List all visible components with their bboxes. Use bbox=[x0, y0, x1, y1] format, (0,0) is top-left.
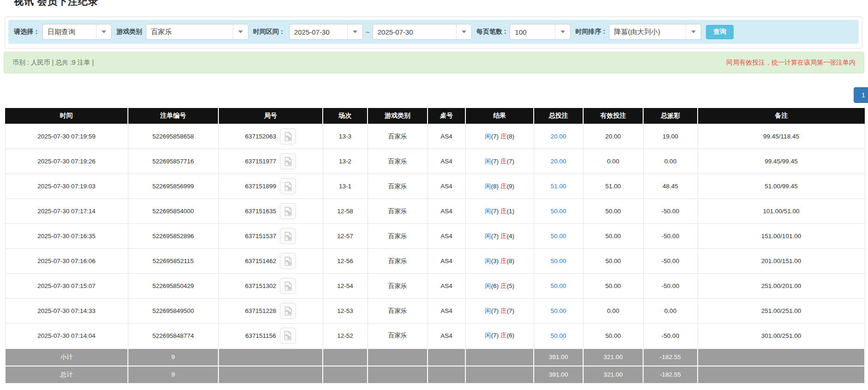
header-total-bet: 总投注 bbox=[534, 108, 583, 124]
total-bet-link[interactable]: 50.00 bbox=[551, 307, 567, 314]
cell-valid-bet: 50.00 bbox=[583, 249, 643, 274]
video-record-icon bbox=[283, 306, 293, 316]
cell-bet-id: 522695858658 bbox=[128, 124, 218, 149]
cell-remark: 151.00/101.00 bbox=[698, 224, 865, 249]
cell-game: 百家乐 bbox=[368, 324, 428, 348]
total-empty-cell bbox=[465, 366, 534, 384]
page-size-dropdown[interactable]: 100 bbox=[510, 24, 571, 40]
player-result: 闲 bbox=[485, 233, 491, 240]
table-row: 2025-07-30 07:14:04 522695848774 6371511… bbox=[5, 324, 865, 348]
cell-session: 12-52 bbox=[323, 324, 368, 348]
pagination-page-1[interactable]: 1 bbox=[854, 87, 868, 103]
cell-round-id: 637152063 bbox=[218, 124, 323, 149]
header-valid-bet: 有效投注 bbox=[583, 108, 643, 124]
header-result: 结果 bbox=[465, 108, 534, 124]
filter-panel: 请选择： 日期查询 游戏类别 百家乐 时间区间： 2025-07-30 ~ 20… bbox=[5, 17, 862, 48]
total-bet-link[interactable]: 51.00 bbox=[551, 183, 567, 190]
cell-payout: 0.00 bbox=[643, 149, 698, 174]
table-row: 2025-07-30 07:19:26 522695857716 6371519… bbox=[5, 149, 865, 174]
banker-result: 庄 bbox=[500, 158, 507, 165]
player-score: (7) bbox=[491, 133, 499, 140]
cell-total-bet: 50.00 bbox=[534, 324, 583, 348]
cell-remark: 251.00/251.00 bbox=[698, 299, 865, 324]
table-row: 2025-07-30 07:15:07 522695850429 6371513… bbox=[5, 274, 865, 299]
cell-total-bet: 50.00 bbox=[534, 274, 583, 299]
player-score: (7) bbox=[491, 208, 499, 215]
date-to-picker[interactable]: 2025-07-30 bbox=[373, 24, 472, 40]
player-result: 闲 bbox=[485, 332, 491, 339]
chevron-down-icon bbox=[686, 24, 701, 39]
total-bet-link[interactable]: 20.00 bbox=[551, 158, 567, 165]
round-id: 637151977 bbox=[245, 158, 277, 165]
sort-order-dropdown[interactable]: 降冪(由大到小) bbox=[609, 24, 701, 40]
cell-table-no: AS4 bbox=[428, 174, 465, 199]
sort-order-label: 时间排序 : bbox=[575, 28, 605, 36]
total-count: 9 bbox=[128, 366, 218, 384]
banker-result: 庄 bbox=[500, 183, 507, 190]
video-record-button[interactable] bbox=[280, 328, 296, 344]
game-type-dropdown[interactable]: 百家乐 bbox=[146, 24, 248, 40]
date-from-picker[interactable]: 2025-07-30 bbox=[289, 24, 363, 40]
total-bet-link[interactable]: 50.00 bbox=[551, 332, 567, 339]
query-type-dropdown[interactable]: 日期查询 bbox=[42, 24, 112, 40]
subtotal-empty-cell bbox=[218, 348, 323, 366]
total-bet-link[interactable]: 20.00 bbox=[551, 133, 567, 140]
cell-bet-id: 522695852115 bbox=[128, 249, 218, 274]
video-record-button[interactable] bbox=[280, 228, 296, 244]
cell-result: 闲(7)庄(6) bbox=[465, 324, 534, 348]
video-record-icon bbox=[283, 132, 293, 142]
cell-total-bet: 50.00 bbox=[534, 249, 583, 274]
round-id: 637151302 bbox=[245, 282, 277, 289]
cell-total-bet: 20.00 bbox=[534, 124, 583, 149]
date-from-value: 2025-07-30 bbox=[289, 28, 347, 36]
banker-score: (8) bbox=[507, 258, 515, 264]
cell-valid-bet: 50.00 bbox=[583, 274, 643, 299]
cell-game: 百家乐 bbox=[368, 249, 428, 274]
total-label: 总计 bbox=[5, 366, 128, 384]
cell-table-no: AS4 bbox=[428, 274, 465, 299]
video-record-button[interactable] bbox=[280, 153, 296, 169]
cell-session: 12-58 bbox=[323, 199, 368, 224]
cell-table-no: AS4 bbox=[428, 124, 465, 149]
video-record-button[interactable] bbox=[280, 128, 296, 144]
player-score: (7) bbox=[491, 332, 499, 339]
player-score: (7) bbox=[491, 233, 499, 240]
cell-session: 13-1 bbox=[323, 174, 368, 199]
cell-session: 13-2 bbox=[323, 149, 368, 174]
header-table-no: 桌号 bbox=[428, 108, 465, 124]
cell-bet-id: 522695857716 bbox=[128, 149, 218, 174]
video-record-button[interactable] bbox=[280, 253, 296, 269]
total-bet-link[interactable]: 50.00 bbox=[551, 208, 567, 215]
header-game: 游戏类别 bbox=[368, 108, 428, 124]
subtotal-total-bet: 391.00 bbox=[534, 348, 583, 366]
player-result: 闲 bbox=[485, 258, 491, 264]
total-bet-link[interactable]: 50.00 bbox=[551, 258, 567, 264]
cell-table-no: AS4 bbox=[428, 299, 465, 324]
total-bet-link[interactable]: 50.00 bbox=[551, 233, 567, 240]
total-total-bet: 391.00 bbox=[534, 366, 583, 384]
cell-game: 百家乐 bbox=[368, 124, 428, 149]
banker-score: (8) bbox=[507, 133, 515, 140]
video-record-button[interactable] bbox=[280, 278, 296, 294]
cell-table-no: AS4 bbox=[428, 249, 465, 274]
total-bet-link[interactable]: 50.00 bbox=[551, 282, 567, 289]
banker-result: 庄 bbox=[500, 258, 507, 264]
total-empty-cell bbox=[428, 366, 465, 384]
round-id: 637151899 bbox=[245, 183, 277, 190]
player-score: (7) bbox=[491, 158, 499, 165]
cell-session: 12-56 bbox=[323, 249, 368, 274]
video-record-button[interactable] bbox=[280, 178, 296, 194]
round-id: 637151228 bbox=[245, 307, 277, 314]
total-row: 总计 9 391.00 321.00 -182.55 bbox=[5, 366, 865, 384]
cell-total-bet: 50.00 bbox=[534, 199, 583, 224]
cell-time: 2025-07-30 07:16:06 bbox=[5, 249, 128, 274]
video-record-button[interactable] bbox=[280, 203, 296, 219]
cell-game: 百家乐 bbox=[368, 149, 428, 174]
cell-remark: 201.00/151.00 bbox=[698, 249, 865, 274]
video-record-button[interactable] bbox=[280, 303, 296, 319]
header-round-id: 局号 bbox=[218, 108, 323, 124]
header-bet-id: 注单编号 bbox=[128, 108, 218, 124]
banker-result: 庄 bbox=[500, 307, 507, 314]
query-button[interactable]: 查询 bbox=[706, 25, 734, 39]
banker-score: (7) bbox=[507, 158, 515, 165]
